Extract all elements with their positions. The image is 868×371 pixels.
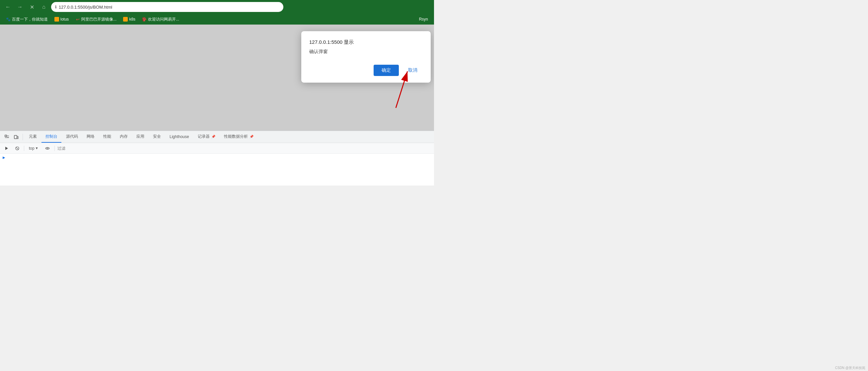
close-button[interactable]: ✕ xyxy=(27,2,36,11)
bookmark-lotus[interactable]: lotus xyxy=(52,16,71,22)
bookmark-lotus-label: lotus xyxy=(60,17,69,22)
svg-rect-4 xyxy=(17,136,18,139)
bookmark-k8s[interactable]: k8s xyxy=(120,16,138,22)
bookmark-netease-label: 欢迎访问网易开... xyxy=(148,17,179,22)
tab-elements[interactable]: 元素 xyxy=(25,131,41,143)
tab-network[interactable]: 网络 xyxy=(83,131,98,143)
right-bookmark-label: Rsyn xyxy=(416,16,431,22)
performance-insights-pin-icon: 📌 xyxy=(250,135,253,138)
context-dropdown-icon: ▼ xyxy=(35,146,38,150)
address-bar[interactable]: ℹ 127.0.0.1:5500/js/BOM.html xyxy=(51,2,283,12)
svg-marker-5 xyxy=(5,147,8,150)
k8s-icon xyxy=(123,17,128,22)
tab-recorder[interactable]: 记录器 📌 xyxy=(194,131,219,143)
console-line: ▶ xyxy=(3,155,431,160)
url-text: 127.0.0.1:5500/js/BOM.html xyxy=(59,5,112,10)
bookmark-baidu[interactable]: 🐾 百度一下，你就知道 xyxy=(3,16,51,23)
browser-chrome: ← → ✕ ⌂ ℹ 127.0.0.1:5500/js/BOM.html 🐾 百… xyxy=(0,0,434,25)
browser-content: 127.0.0.1:5500 显示 确认弹窗 确定 取消 xyxy=(0,25,434,131)
run-script-button[interactable] xyxy=(3,146,11,151)
context-selector[interactable]: top ▼ xyxy=(27,145,40,151)
baidu-icon: 🐾 xyxy=(6,17,11,22)
tab-performance[interactable]: 性能 xyxy=(99,131,115,143)
clear-console-button[interactable] xyxy=(13,146,21,151)
toolbar-divider-1 xyxy=(24,146,24,151)
devtools-divider-1 xyxy=(23,134,23,141)
context-label: top xyxy=(29,146,34,151)
home-button[interactable]: ⌂ xyxy=(39,2,49,11)
device-toolbar-button[interactable] xyxy=(12,133,21,141)
bookmark-netease[interactable]: 👺 欢迎访问网易开... xyxy=(140,16,182,23)
bookmark-k8s-label: k8s xyxy=(129,17,135,22)
dialog-confirm-button[interactable]: 确定 xyxy=(374,65,399,76)
devtools-tabs: 元素 控制台 源代码 网络 性能 内存 应用 安全 Lighthouse 记录器… xyxy=(0,131,434,143)
bookmark-alibaba[interactable]: ↩ 阿里巴巴开源镜像... xyxy=(73,16,119,23)
svg-line-7 xyxy=(16,147,18,149)
recorder-pin-icon: 📌 xyxy=(211,135,215,138)
tab-console[interactable]: 控制台 xyxy=(41,131,61,143)
console-prompt-icon: ▶ xyxy=(3,156,5,159)
tab-application[interactable]: 应用 xyxy=(132,131,148,143)
dialog-cancel-button[interactable]: 取消 xyxy=(403,65,423,76)
back-button[interactable]: ← xyxy=(3,2,12,11)
netease-icon: 👺 xyxy=(142,17,147,22)
tab-sources[interactable]: 源代码 xyxy=(62,131,82,143)
devtools-panel: 元素 控制台 源代码 网络 性能 内存 应用 安全 Lighthouse 记录器… xyxy=(0,131,434,185)
svg-rect-3 xyxy=(14,135,17,139)
devtools-toolbar: top ▼ xyxy=(0,143,434,154)
console-content: ▶ xyxy=(0,154,434,185)
tab-performance-insights[interactable]: 性能数据分析 📌 xyxy=(220,131,257,143)
bookmark-baidu-label: 百度一下，你就知道 xyxy=(12,17,48,22)
alibaba-icon: ↩ xyxy=(75,17,80,22)
forward-button[interactable]: → xyxy=(15,2,25,11)
bookmark-alibaba-label: 阿里巴巴开源镜像... xyxy=(81,17,117,22)
confirm-dialog: 127.0.0.1:5500 显示 确认弹窗 确定 取消 xyxy=(301,31,431,83)
dialog-buttons: 确定 取消 xyxy=(309,65,423,76)
inspect-element-button[interactable] xyxy=(3,133,11,141)
nav-bar: ← → ✕ ⌂ ℹ 127.0.0.1:5500/js/BOM.html xyxy=(0,0,434,14)
dialog-message: 确认弹窗 xyxy=(309,49,423,55)
lotus-icon xyxy=(54,17,59,22)
eye-button[interactable] xyxy=(43,146,52,151)
tab-security[interactable]: 安全 xyxy=(149,131,165,143)
tab-memory[interactable]: 内存 xyxy=(116,131,132,143)
svg-point-8 xyxy=(47,148,48,149)
security-icon: ℹ xyxy=(55,5,57,9)
filter-input[interactable] xyxy=(57,146,107,151)
bookmarks-bar: 🐾 百度一下，你就知道 lotus ↩ 阿里巴巴开源镜像... k8s 👺 欢迎… xyxy=(0,14,434,25)
tab-lighthouse[interactable]: Lighthouse xyxy=(165,132,193,142)
toolbar-divider-2 xyxy=(54,146,55,151)
svg-rect-2 xyxy=(5,135,7,137)
dialog-title: 127.0.0.1:5500 显示 xyxy=(309,39,423,45)
